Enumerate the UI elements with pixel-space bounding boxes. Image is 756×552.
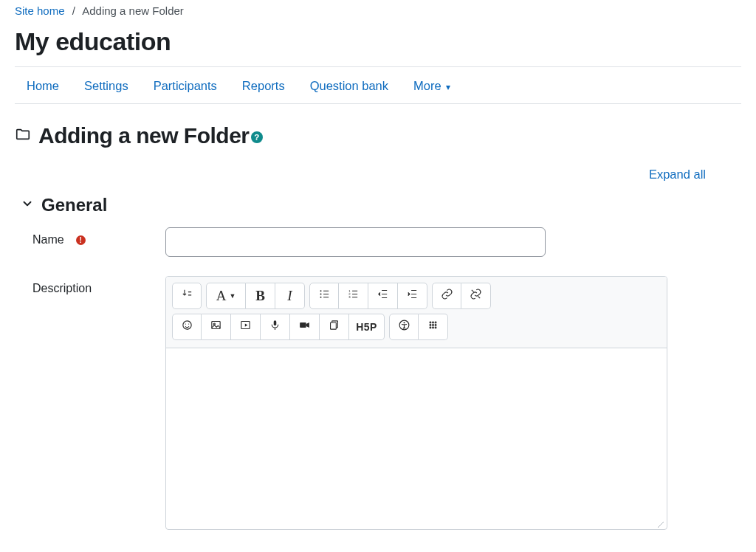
fieldset-general-title: General xyxy=(41,195,107,215)
description-textarea[interactable] xyxy=(166,348,667,522)
toolbar-bold-button[interactable]: B xyxy=(246,283,275,309)
form-row-name: Name ! xyxy=(15,227,741,257)
svg-point-35 xyxy=(430,322,431,323)
resize-handle-icon[interactable] xyxy=(166,522,667,529)
svg-point-1 xyxy=(320,294,321,295)
tab-more[interactable]: More ▾ xyxy=(413,79,450,93)
svg-point-21 xyxy=(185,324,185,325)
svg-line-18 xyxy=(472,290,474,292)
svg-point-0 xyxy=(320,290,321,291)
course-tabs: Home Settings Participants Reports Quest… xyxy=(15,67,741,103)
toolbar-outdent-button[interactable] xyxy=(368,283,398,309)
svg-point-2 xyxy=(320,297,321,298)
tab-settings[interactable]: Settings xyxy=(84,79,128,93)
tab-home[interactable]: Home xyxy=(27,79,59,93)
svg-point-37 xyxy=(435,322,436,323)
tab-reports[interactable]: Reports xyxy=(242,79,285,93)
breadcrumb-site-home[interactable]: Site home xyxy=(15,4,65,17)
toolbar-unlink-button[interactable] xyxy=(461,283,491,309)
section-title-text: Adding a new Folder xyxy=(38,123,250,148)
svg-line-19 xyxy=(478,296,480,298)
accessibility-icon xyxy=(398,319,410,335)
tab-question-bank[interactable]: Question bank xyxy=(310,79,388,93)
toolbar-screenreader-helper-button[interactable] xyxy=(419,314,448,340)
section-title: Adding a new Folder? xyxy=(38,123,263,148)
svg-point-43 xyxy=(435,327,436,328)
toolbar-italic-button[interactable]: I xyxy=(275,283,305,309)
description-label: Description xyxy=(32,282,92,295)
svg-rect-27 xyxy=(274,320,277,325)
svg-marker-26 xyxy=(245,323,248,326)
files-icon xyxy=(328,319,340,335)
folder-icon xyxy=(15,126,31,145)
bold-icon: B xyxy=(255,288,265,304)
link-icon xyxy=(441,288,453,304)
description-editor: A ▼ B I xyxy=(165,276,667,530)
emoji-icon xyxy=(181,319,193,335)
svg-point-36 xyxy=(433,322,434,323)
toolbar-indent-button[interactable] xyxy=(398,283,427,309)
name-input[interactable] xyxy=(165,227,546,257)
paragraph-style-label: A xyxy=(216,288,227,304)
toolbar-media-button[interactable] xyxy=(231,314,261,340)
editor-toolbar: A ▼ B I xyxy=(166,277,667,348)
svg-marker-30 xyxy=(306,322,309,328)
fieldset-general-toggle[interactable]: General xyxy=(21,195,741,215)
svg-point-41 xyxy=(430,327,431,328)
bullet-list-icon xyxy=(318,288,331,304)
toolbar-bullet-list-button[interactable] xyxy=(309,283,339,309)
toolbar-accessibility-checker-button[interactable] xyxy=(389,314,419,340)
tab-participants[interactable]: Participants xyxy=(154,79,217,93)
video-camera-icon xyxy=(298,319,311,335)
h5p-icon: H5P xyxy=(356,321,377,333)
svg-text:3: 3 xyxy=(348,295,351,299)
svg-point-20 xyxy=(182,321,190,329)
breadcrumb: Site home / Adding a new Folder xyxy=(15,0,741,24)
expand-all-link[interactable]: Expand all xyxy=(649,168,706,181)
svg-point-39 xyxy=(433,325,434,326)
help-icon[interactable]: ? xyxy=(251,131,263,143)
microphone-icon xyxy=(269,319,281,335)
svg-point-34 xyxy=(403,322,405,323)
toolbar-manage-files-button[interactable] xyxy=(320,314,349,340)
toolbar-h5p-button[interactable]: H5P xyxy=(349,314,385,340)
toolbar-paragraph-style-button[interactable]: A ▼ xyxy=(206,283,246,309)
chevron-down-icon: ▾ xyxy=(444,82,450,92)
svg-point-22 xyxy=(188,324,189,325)
svg-point-38 xyxy=(430,325,431,326)
breadcrumb-current: Adding a new Folder xyxy=(82,4,184,17)
indent-icon xyxy=(406,288,419,304)
tab-more-label: More xyxy=(413,79,441,92)
toolbar-toggle-button[interactable] xyxy=(172,283,202,309)
page-title: My education xyxy=(15,27,741,56)
svg-rect-23 xyxy=(212,322,220,329)
toolbar-record-audio-button[interactable] xyxy=(261,314,290,340)
breadcrumb-separator-icon: / xyxy=(72,4,75,17)
name-label: Name xyxy=(32,233,64,246)
svg-point-40 xyxy=(435,325,436,326)
italic-icon: I xyxy=(287,288,292,304)
braille-icon xyxy=(427,319,439,335)
media-icon xyxy=(239,319,252,335)
required-icon: ! xyxy=(76,235,86,245)
svg-point-42 xyxy=(433,327,434,328)
toolbar-image-button[interactable] xyxy=(202,314,231,340)
outdent-icon xyxy=(377,288,389,304)
svg-rect-32 xyxy=(331,322,337,329)
toolbar-number-list-button[interactable]: 123 xyxy=(339,283,368,309)
caret-down-icon: ▼ xyxy=(229,292,236,300)
toggle-toolbar-icon xyxy=(181,288,193,304)
unlink-icon xyxy=(470,288,482,304)
toolbar-link-button[interactable] xyxy=(432,283,461,309)
toolbar-record-video-button[interactable] xyxy=(290,314,320,340)
number-list-icon: 123 xyxy=(347,288,360,304)
image-icon xyxy=(210,319,222,335)
form-row-description: Description A ▼ xyxy=(15,276,741,530)
toolbar-emoji-button[interactable] xyxy=(172,314,202,340)
chevron-down-icon xyxy=(21,197,34,213)
section-header: Adding a new Folder? xyxy=(15,123,741,148)
svg-rect-29 xyxy=(300,322,306,328)
